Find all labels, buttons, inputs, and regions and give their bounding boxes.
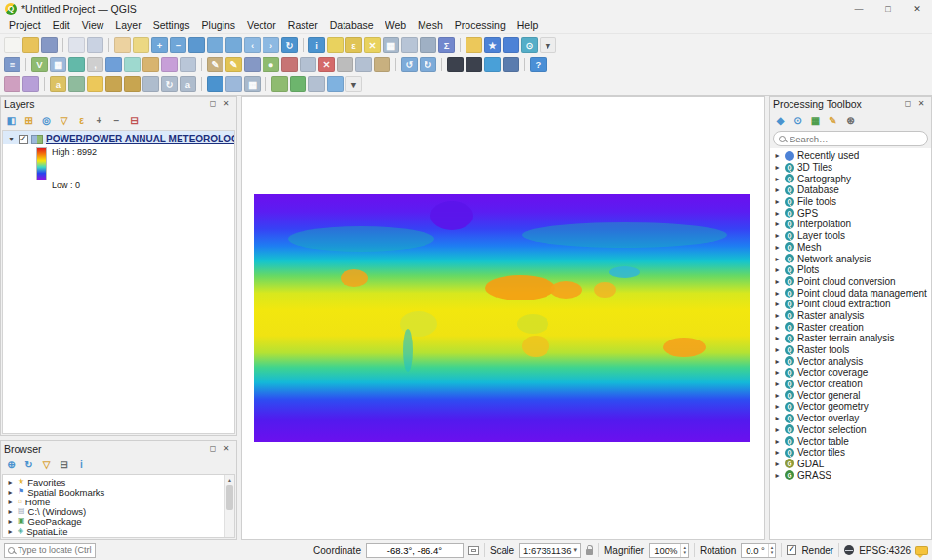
expander-icon[interactable] [773, 300, 782, 308]
expander-icon[interactable] [773, 220, 782, 228]
minimize-button[interactable]: — [844, 0, 873, 17]
pin-unpin-labels[interactable] [105, 76, 122, 92]
show-map-tips[interactable] [466, 37, 482, 53]
new-virtual-layer[interactable] [308, 76, 325, 92]
rotation-spinbox[interactable]: 0.0 ° ▴▾ [741, 543, 776, 558]
expander-icon[interactable] [773, 289, 782, 298]
filter-legend[interactable]: ▽ [57, 113, 71, 128]
processing-group[interactable]: G GRASS [770, 469, 931, 481]
highlight-pinned-labels[interactable] [87, 76, 103, 92]
show-hide-labels[interactable] [124, 76, 141, 92]
menu-item[interactable]: Project [3, 18, 47, 33]
undo[interactable]: ↺ [401, 57, 418, 72]
open-data-source-manager[interactable]: ≡ [4, 57, 20, 72]
open-attribute-table[interactable]: ▦ [383, 37, 399, 53]
float-panel-icon[interactable]: ◻ [901, 99, 914, 110]
pan-to-selection[interactable] [133, 37, 149, 53]
expander-icon[interactable] [773, 243, 782, 252]
menu-item[interactable]: Vector [241, 18, 282, 33]
collapse-all[interactable]: − [109, 113, 124, 128]
expander-icon[interactable] [773, 265, 782, 274]
expander-icon[interactable] [773, 402, 782, 411]
expander-icon[interactable] [773, 197, 782, 206]
pan-map[interactable] [114, 37, 131, 53]
browser-scrollbar[interactable]: ▲ [224, 475, 234, 537]
menu-item[interactable]: Layer [109, 18, 146, 33]
raster-calculator[interactable]: ▦ [244, 76, 261, 92]
expander-icon[interactable] [6, 507, 15, 516]
processing-toolbox-toggle[interactable] [207, 76, 223, 92]
expander-icon[interactable] [773, 277, 782, 286]
expander-icon[interactable] [773, 368, 782, 377]
new-spatial-bookmark[interactable]: ★ [484, 37, 501, 53]
processing-group[interactable]: Q Vector geometry [770, 401, 931, 413]
expander-icon[interactable] [773, 231, 782, 240]
python-console[interactable] [503, 57, 519, 72]
move-feature[interactable] [300, 57, 316, 72]
expander-icon[interactable] [773, 323, 782, 332]
close-panel-icon[interactable]: ✕ [914, 99, 928, 110]
show-layout-manager[interactable] [87, 37, 103, 53]
layer-visibility-checkbox[interactable] [19, 135, 28, 144]
processing-group[interactable]: Q Vector creation [770, 379, 931, 390]
processing-group[interactable]: Q Vector general [770, 389, 931, 401]
expander-icon[interactable] [773, 357, 782, 366]
add-xyz-tiles[interactable] [180, 57, 196, 72]
browser-item[interactable]: ⚑ Spatial Bookmarks [3, 487, 234, 497]
menu-item[interactable]: Web [380, 18, 412, 33]
processing-group[interactable]: Q Database [770, 184, 931, 196]
processing-group[interactable]: Q Vector coverage [770, 367, 931, 379]
close-panel-icon[interactable]: ✕ [220, 99, 233, 110]
maximize-button[interactable]: □ [873, 0, 903, 17]
style-manager[interactable] [22, 76, 39, 92]
open-layer-styling-dock[interactable]: ◧ [4, 113, 19, 128]
spin-arrows-icon[interactable]: ▴▾ [768, 544, 776, 557]
processing-group[interactable]: Q GPS [770, 207, 931, 219]
expander-icon[interactable] [773, 437, 782, 446]
scale-combo[interactable]: 1:67361136 ▾ [519, 543, 581, 558]
copy-features[interactable] [355, 57, 372, 72]
map-theme-dropdown[interactable]: ▾ [345, 76, 362, 92]
expander-icon[interactable] [773, 391, 782, 400]
expand-all[interactable]: + [92, 113, 106, 128]
expander-icon[interactable] [6, 527, 15, 536]
select-by-expression[interactable]: ε [345, 37, 362, 53]
expander-icon[interactable] [773, 345, 782, 354]
zoom-out[interactable]: − [170, 37, 186, 53]
crs-globe-icon[interactable] [844, 545, 854, 555]
processing-search-input[interactable] [790, 134, 922, 144]
expander-icon[interactable] [773, 471, 782, 480]
open-field-calculator[interactable] [401, 37, 418, 53]
expander-icon[interactable] [773, 163, 782, 172]
map-canvas[interactable] [241, 96, 765, 540]
float-panel-icon[interactable]: ◻ [206, 443, 220, 455]
add-oracle-layer[interactable] [142, 57, 159, 72]
layer-expander-icon[interactable] [7, 135, 16, 143]
menu-item[interactable]: Settings [147, 18, 196, 33]
toggle-extents-icon[interactable] [468, 546, 479, 555]
browser-item[interactable]: ▣ GeoPackage [3, 516, 234, 526]
menu-item[interactable]: View [76, 18, 110, 33]
layer-labeling-options[interactable]: a [50, 76, 66, 92]
expander-icon[interactable] [773, 185, 782, 194]
magnifier-spinbox[interactable]: 100% ▴▾ [649, 543, 689, 558]
zoom-to-selection[interactable] [207, 37, 223, 53]
coordinate-input[interactable] [366, 543, 464, 558]
zoom-full-extent[interactable] [188, 37, 205, 53]
add-wms-wmts-layer[interactable] [161, 57, 178, 72]
metasearch-catalog-client[interactable] [447, 57, 464, 72]
help[interactable]: ? [530, 57, 547, 72]
processing-group[interactable]: Q Raster analysis [770, 310, 931, 322]
quickmapservices[interactable] [484, 57, 501, 72]
zoom-next[interactable]: › [263, 37, 279, 53]
expander-icon[interactable] [773, 448, 782, 457]
processing-history[interactable]: ⊙ [790, 113, 805, 128]
browser-item[interactable]: ▤ C:\ (Windows) [3, 506, 234, 516]
add-vector-layer[interactable]: V [31, 57, 48, 72]
menu-item[interactable]: Help [511, 18, 545, 33]
filter-browser[interactable]: ▽ [39, 458, 54, 472]
vertex-tool[interactable] [281, 57, 298, 72]
expander-icon[interactable] [6, 537, 15, 539]
osm-download[interactable] [327, 76, 344, 92]
processing-group[interactable]: Q Layer tools [770, 230, 931, 242]
